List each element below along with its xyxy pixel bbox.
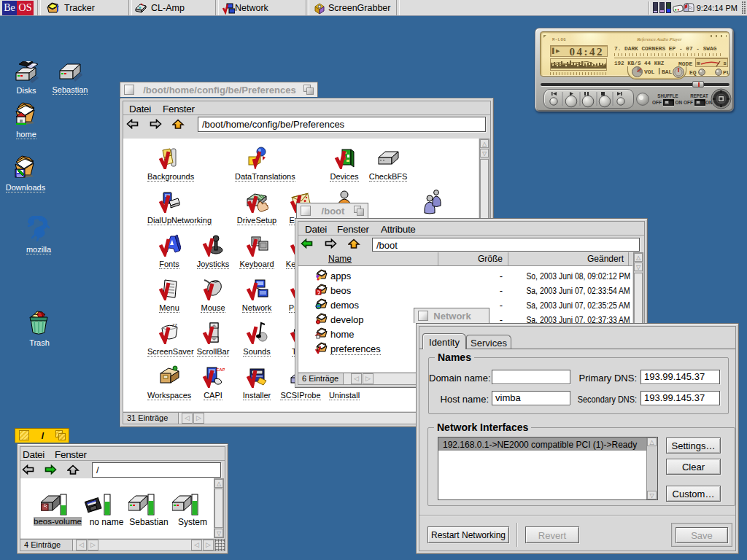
- svg-text:zz: zz: [172, 322, 178, 327]
- svg-text:CAPI: CAPI: [216, 368, 225, 372]
